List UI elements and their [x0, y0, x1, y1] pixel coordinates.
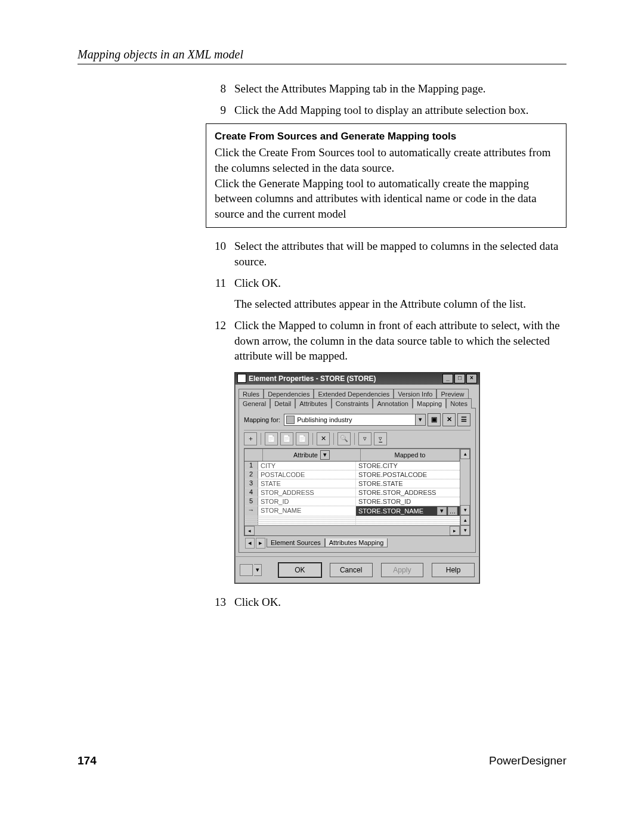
tab-constraints[interactable]: Constraints [332, 398, 373, 408]
table-row[interactable]: 5 STOR_ID STORE.STOR_ID [244, 497, 460, 506]
step-11: 11 Click OK. [206, 275, 566, 291]
row-number: 4 [244, 488, 258, 497]
tab-extended-dependencies[interactable]: Extended Dependencies [314, 389, 394, 398]
scroll-right-icon[interactable]: ▸ [450, 526, 460, 535]
column-header-mapped-to[interactable]: Mapped to [361, 449, 460, 461]
dialog-figure: Element Properties - STORE (STORE) _ □ ×… [234, 372, 566, 584]
table-row[interactable]: 1 CITY STORE.CITY [244, 462, 460, 470]
step-number: 10 [206, 239, 234, 269]
create-datasource-button[interactable]: ▣ [428, 413, 441, 426]
cell-attribute[interactable]: STOR_ID [258, 497, 356, 506]
note-body: Click the Create From Sources tool to au… [215, 146, 551, 220]
bottom-tab-element-sources[interactable]: Element Sources [267, 538, 325, 547]
table-row[interactable]: 2 POSTALCODE STORE.POSTALCODE [244, 470, 460, 479]
scroll-top-icon[interactable]: ▴ [460, 515, 470, 525]
ok-button[interactable]: OK [278, 563, 321, 577]
customize-columns-button[interactable]: ▿̲ [374, 432, 387, 445]
mapping-for-row: Mapping for: Publishing industry ▾ ▣ ✕ ☰ [244, 413, 470, 426]
tab-mapping[interactable]: Mapping [413, 398, 446, 408]
scroll-down-icon[interactable]: ▾ [460, 505, 470, 515]
cell-mapped-to[interactable]: STORE.POSTALCODE [356, 470, 460, 479]
maximize-button[interactable]: □ [454, 374, 465, 383]
ellipsis-button[interactable]: … [448, 507, 457, 515]
scroll-left-icon[interactable]: ◂ [244, 526, 255, 535]
note-box: Create From Sources and Generate Mapping… [206, 123, 566, 228]
table-row[interactable]: 4 STOR_ADDRESS STORE.STOR_ADDRESS [244, 488, 460, 497]
tab-nav-next[interactable]: ▸ [256, 538, 265, 549]
tab-general[interactable]: General [239, 398, 270, 408]
vertical-scrollbar[interactable]: ▴ ▾ ▴ ▾ [460, 449, 470, 535]
step-11-followup: The selected attributes appear in the At… [234, 296, 566, 312]
close-button[interactable]: × [466, 374, 477, 383]
cell-attribute[interactable]: STOR_ADDRESS [258, 488, 356, 497]
app-icon [237, 374, 246, 383]
mapping-toolbar: ＋ 📄 📄 📄 ✕ 🔍 ▿ ▿̲ [244, 430, 470, 448]
delete-button[interactable]: ✕ [317, 432, 330, 445]
filter-button[interactable]: ▿ [358, 432, 371, 445]
cell-attribute[interactable]: STATE [258, 479, 356, 488]
minimize-button[interactable]: _ [442, 374, 453, 383]
dialog-button-bar: ▾ OK Cancel Apply Help [235, 556, 479, 583]
titlebar[interactable]: Element Properties - STORE (STORE) _ □ × [235, 373, 479, 385]
step-text: Click the Mapped to column in front of e… [234, 318, 566, 364]
table-row-active[interactable]: → STOR_NAME STORE.STOR_NAME ▾ … [244, 506, 460, 516]
grid-header-row: Attribute▾ Mapped to [244, 449, 460, 462]
horizontal-scrollbar[interactable]: ◂ ▸ [244, 525, 460, 535]
section-rule [78, 64, 566, 64]
tab-preview[interactable]: Preview [436, 389, 468, 398]
step-number: 13 [206, 594, 234, 610]
step-number: 8 [206, 81, 234, 97]
attributes-mapping-grid[interactable]: Attribute▾ Mapped to 1 CITY STORE. [244, 448, 470, 536]
cell-mapped-to[interactable]: STORE.STOR_ADDRESS [356, 488, 460, 497]
cancel-button[interactable]: Cancel [330, 563, 373, 577]
row-number: 1 [244, 462, 258, 470]
generate-mapping-button[interactable]: 📄 [280, 432, 293, 445]
tabs-row-top: Rules Dependencies Extended Dependencies… [235, 385, 479, 398]
chevron-down-icon[interactable]: ▾ [415, 414, 425, 425]
add-mapping-button[interactable]: ＋ [244, 432, 257, 445]
scroll-bottom-icon[interactable]: ▾ [460, 525, 470, 535]
help-button[interactable]: Help [432, 563, 475, 577]
mapping-for-value: Publishing industry [297, 416, 352, 423]
chevron-down-icon[interactable]: ▾ [437, 507, 447, 515]
tab-annotation[interactable]: Annotation [373, 398, 413, 408]
create-from-sources-button[interactable]: 📄 [265, 432, 278, 445]
column-header-attribute[interactable]: Attribute▾ [263, 449, 361, 461]
chevron-down-icon[interactable]: ▾ [320, 450, 330, 460]
delete-datasource-button[interactable]: ✕ [442, 413, 456, 426]
tab-dependencies[interactable]: Dependencies [264, 389, 314, 398]
table-row[interactable]: 3 STATE STORE.STATE [244, 479, 460, 488]
mapping-for-label: Mapping for: [244, 416, 280, 423]
section-title: Mapping objects in an XML model [78, 48, 566, 61]
step-8: 8 Select the Attributes Mapping tab in t… [206, 81, 566, 97]
step-text: Select the attributes that will be mappe… [234, 239, 566, 269]
step-10: 10 Select the attributes that will be ma… [206, 239, 566, 269]
cell-mapped-to[interactable]: STORE.STOR_ID [356, 497, 460, 506]
cell-attribute[interactable]: STOR_NAME [258, 506, 356, 516]
dialog-menu-button[interactable]: ▾ [240, 564, 262, 576]
cell-attribute[interactable]: CITY [258, 462, 356, 470]
tab-version-info[interactable]: Version Info [394, 389, 436, 398]
properties-button[interactable]: ☰ [457, 413, 470, 426]
step-text: Click the Add Mapping tool to display an… [234, 103, 566, 118]
cell-mapped-to[interactable]: STORE.STATE [356, 479, 460, 488]
tab-notes[interactable]: Notes [446, 398, 472, 408]
cell-mapped-to-editing[interactable]: STORE.STOR_NAME ▾ … [356, 506, 460, 516]
mapping-for-combo[interactable]: Publishing industry ▾ [284, 414, 426, 426]
cell-mapped-to[interactable]: STORE.CITY [356, 462, 460, 470]
tab-client-area: Mapping for: Publishing industry ▾ ▣ ✕ ☰… [239, 408, 476, 553]
tab-attributes[interactable]: Attributes [295, 398, 331, 408]
step-9: 9 Click the Add Mapping tool to display … [206, 103, 566, 118]
bottom-tab-attributes-mapping[interactable]: Attributes Mapping [325, 538, 388, 547]
apply-button[interactable]: Apply [381, 563, 424, 577]
find-button[interactable]: 🔍 [338, 432, 351, 445]
tool-button[interactable]: 📄 [296, 432, 309, 445]
scroll-up-icon[interactable]: ▴ [460, 449, 470, 459]
datasource-icon [286, 416, 295, 424]
tab-nav-prev[interactable]: ◂ [245, 538, 255, 549]
step-text: Click OK. [234, 275, 566, 291]
tab-rules[interactable]: Rules [239, 389, 264, 398]
cell-attribute[interactable]: POSTALCODE [258, 470, 356, 479]
grid-bottom-tabs: ◂ ▸ Element Sources Attributes Mapping [244, 536, 470, 549]
tab-detail[interactable]: Detail [270, 398, 295, 408]
